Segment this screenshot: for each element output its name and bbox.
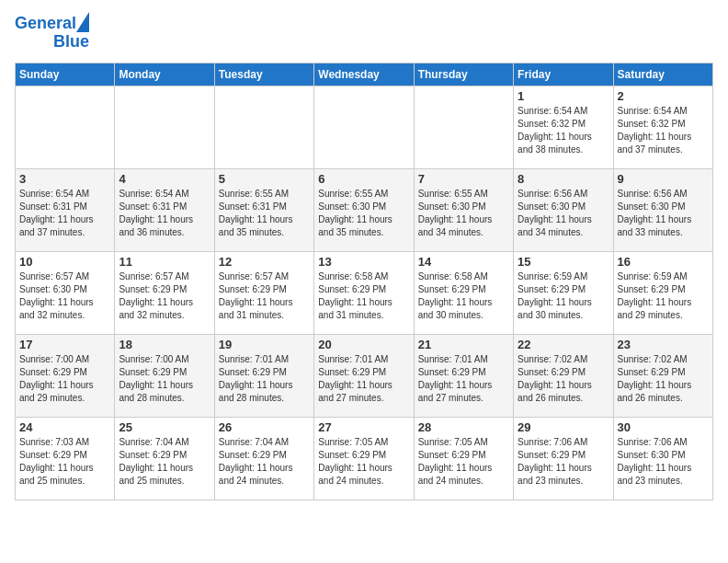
day-number: 14 — [418, 255, 509, 269]
day-cell: 16Sunrise: 6:59 AMSunset: 6:29 PMDayligh… — [613, 251, 712, 334]
day-header-monday: Monday — [115, 63, 214, 86]
day-info: Sunrise: 6:56 AMSunset: 6:30 PMDaylight:… — [518, 188, 609, 239]
day-number: 16 — [618, 255, 709, 269]
day-info: Sunrise: 6:54 AMSunset: 6:31 PMDaylight:… — [119, 188, 210, 239]
day-cell — [16, 86, 115, 168]
day-number: 27 — [318, 420, 409, 434]
day-header-thursday: Thursday — [414, 63, 513, 86]
day-number: 17 — [19, 338, 110, 351]
day-cell: 15Sunrise: 6:59 AMSunset: 6:29 PMDayligh… — [514, 251, 613, 334]
day-cell: 3Sunrise: 6:54 AMSunset: 6:31 PMDaylight… — [16, 168, 115, 251]
day-info: Sunrise: 7:06 AMSunset: 6:30 PMDaylight:… — [618, 436, 709, 488]
day-header-saturday: Saturday — [613, 63, 712, 86]
day-info: Sunrise: 7:03 AMSunset: 6:29 PMDaylight:… — [19, 436, 110, 488]
day-cell: 27Sunrise: 7:05 AMSunset: 6:29 PMDayligh… — [314, 417, 414, 500]
day-cell: 10Sunrise: 6:57 AMSunset: 6:30 PMDayligh… — [16, 251, 115, 334]
day-info: Sunrise: 7:02 AMSunset: 6:29 PMDaylight:… — [618, 353, 709, 405]
day-cell: 18Sunrise: 7:00 AMSunset: 6:29 PMDayligh… — [115, 334, 214, 417]
day-info: Sunrise: 7:04 AMSunset: 6:29 PMDaylight:… — [119, 436, 210, 488]
day-info: Sunrise: 7:00 AMSunset: 6:29 PMDaylight:… — [119, 353, 210, 405]
day-number: 12 — [219, 255, 310, 269]
day-number: 15 — [518, 255, 609, 269]
day-cell: 9Sunrise: 6:56 AMSunset: 6:30 PMDaylight… — [613, 168, 712, 251]
day-cell — [314, 86, 414, 168]
day-info: Sunrise: 7:06 AMSunset: 6:29 PMDaylight:… — [518, 436, 609, 488]
logo-blue-text: Blue — [53, 33, 89, 52]
logo-text: General — [15, 15, 76, 33]
day-info: Sunrise: 6:55 AMSunset: 6:30 PMDaylight:… — [318, 188, 409, 239]
week-row-4: 17Sunrise: 7:00 AMSunset: 6:29 PMDayligh… — [16, 334, 713, 417]
day-cell: 1Sunrise: 6:54 AMSunset: 6:32 PMDaylight… — [514, 86, 613, 168]
day-cell: 20Sunrise: 7:01 AMSunset: 6:29 PMDayligh… — [314, 334, 414, 417]
day-cell: 8Sunrise: 6:56 AMSunset: 6:30 PMDaylight… — [514, 168, 613, 251]
day-number: 4 — [119, 172, 210, 186]
day-cell: 17Sunrise: 7:00 AMSunset: 6:29 PMDayligh… — [16, 334, 115, 417]
day-info: Sunrise: 7:01 AMSunset: 6:29 PMDaylight:… — [219, 353, 310, 405]
page-header: General Blue — [15, 15, 713, 52]
day-info: Sunrise: 6:58 AMSunset: 6:29 PMDaylight:… — [418, 270, 509, 322]
day-cell: 26Sunrise: 7:04 AMSunset: 6:29 PMDayligh… — [214, 417, 313, 500]
day-number: 8 — [518, 172, 609, 186]
day-header-friday: Friday — [514, 63, 613, 86]
day-number: 26 — [219, 420, 310, 434]
day-info: Sunrise: 7:01 AMSunset: 6:29 PMDaylight:… — [418, 353, 509, 405]
day-number: 28 — [418, 420, 509, 434]
day-number: 21 — [418, 338, 509, 351]
day-number: 29 — [518, 420, 609, 434]
day-cell: 30Sunrise: 7:06 AMSunset: 6:30 PMDayligh… — [613, 417, 712, 500]
day-number: 23 — [618, 338, 709, 351]
week-row-1: 1Sunrise: 6:54 AMSunset: 6:32 PMDaylight… — [16, 86, 713, 168]
day-cell: 28Sunrise: 7:05 AMSunset: 6:29 PMDayligh… — [414, 417, 513, 500]
day-cell: 12Sunrise: 6:57 AMSunset: 6:29 PMDayligh… — [214, 251, 313, 334]
day-cell: 25Sunrise: 7:04 AMSunset: 6:29 PMDayligh… — [115, 417, 214, 500]
day-number: 3 — [19, 172, 110, 186]
day-cell: 29Sunrise: 7:06 AMSunset: 6:29 PMDayligh… — [514, 417, 613, 500]
day-number: 20 — [318, 338, 409, 351]
day-number: 19 — [219, 338, 310, 351]
day-number: 6 — [318, 172, 409, 186]
day-header-wednesday: Wednesday — [314, 63, 414, 86]
day-number: 18 — [119, 338, 210, 351]
calendar-table: SundayMondayTuesdayWednesdayThursdayFrid… — [15, 63, 713, 500]
day-cell: 24Sunrise: 7:03 AMSunset: 6:29 PMDayligh… — [16, 417, 115, 500]
day-number: 13 — [318, 255, 409, 269]
day-info: Sunrise: 6:55 AMSunset: 6:31 PMDaylight:… — [219, 188, 310, 239]
day-info: Sunrise: 6:57 AMSunset: 6:29 PMDaylight:… — [119, 270, 210, 322]
day-cell: 4Sunrise: 6:54 AMSunset: 6:31 PMDaylight… — [115, 168, 214, 251]
day-header-sunday: Sunday — [16, 63, 115, 86]
day-number: 2 — [618, 89, 709, 103]
week-row-2: 3Sunrise: 6:54 AMSunset: 6:31 PMDaylight… — [16, 168, 713, 251]
day-info: Sunrise: 6:56 AMSunset: 6:30 PMDaylight:… — [618, 188, 709, 239]
day-cell: 7Sunrise: 6:55 AMSunset: 6:30 PMDaylight… — [414, 168, 513, 251]
day-info: Sunrise: 7:00 AMSunset: 6:29 PMDaylight:… — [19, 353, 110, 405]
day-number: 22 — [518, 338, 609, 351]
day-info: Sunrise: 7:05 AMSunset: 6:29 PMDaylight:… — [318, 436, 409, 488]
week-row-3: 10Sunrise: 6:57 AMSunset: 6:30 PMDayligh… — [16, 251, 713, 334]
day-cell — [115, 86, 214, 168]
day-number: 25 — [119, 420, 210, 434]
day-info: Sunrise: 6:59 AMSunset: 6:29 PMDaylight:… — [518, 270, 609, 322]
day-info: Sunrise: 6:58 AMSunset: 6:29 PMDaylight:… — [318, 270, 409, 322]
day-info: Sunrise: 6:57 AMSunset: 6:30 PMDaylight:… — [19, 270, 110, 322]
day-info: Sunrise: 6:54 AMSunset: 6:32 PMDaylight:… — [618, 105, 709, 156]
day-header-tuesday: Tuesday — [214, 63, 313, 86]
day-cell: 13Sunrise: 6:58 AMSunset: 6:29 PMDayligh… — [314, 251, 414, 334]
day-cell: 22Sunrise: 7:02 AMSunset: 6:29 PMDayligh… — [514, 334, 613, 417]
day-cell: 11Sunrise: 6:57 AMSunset: 6:29 PMDayligh… — [115, 251, 214, 334]
day-info: Sunrise: 6:59 AMSunset: 6:29 PMDaylight:… — [618, 270, 709, 322]
week-row-5: 24Sunrise: 7:03 AMSunset: 6:29 PMDayligh… — [16, 417, 713, 500]
day-number: 10 — [19, 255, 110, 269]
day-info: Sunrise: 6:57 AMSunset: 6:29 PMDaylight:… — [219, 270, 310, 322]
day-number: 30 — [618, 420, 709, 434]
day-info: Sunrise: 6:55 AMSunset: 6:30 PMDaylight:… — [418, 188, 509, 239]
day-cell: 2Sunrise: 6:54 AMSunset: 6:32 PMDaylight… — [613, 86, 712, 168]
day-info: Sunrise: 6:54 AMSunset: 6:31 PMDaylight:… — [19, 188, 110, 239]
day-cell: 6Sunrise: 6:55 AMSunset: 6:30 PMDaylight… — [314, 168, 414, 251]
day-info: Sunrise: 7:02 AMSunset: 6:29 PMDaylight:… — [518, 353, 609, 405]
day-info: Sunrise: 6:54 AMSunset: 6:32 PMDaylight:… — [518, 105, 609, 156]
day-number: 7 — [418, 172, 509, 186]
day-cell: 5Sunrise: 6:55 AMSunset: 6:31 PMDaylight… — [214, 168, 313, 251]
day-cell: 21Sunrise: 7:01 AMSunset: 6:29 PMDayligh… — [414, 334, 513, 417]
day-number: 5 — [219, 172, 310, 186]
day-cell: 19Sunrise: 7:01 AMSunset: 6:29 PMDayligh… — [214, 334, 313, 417]
